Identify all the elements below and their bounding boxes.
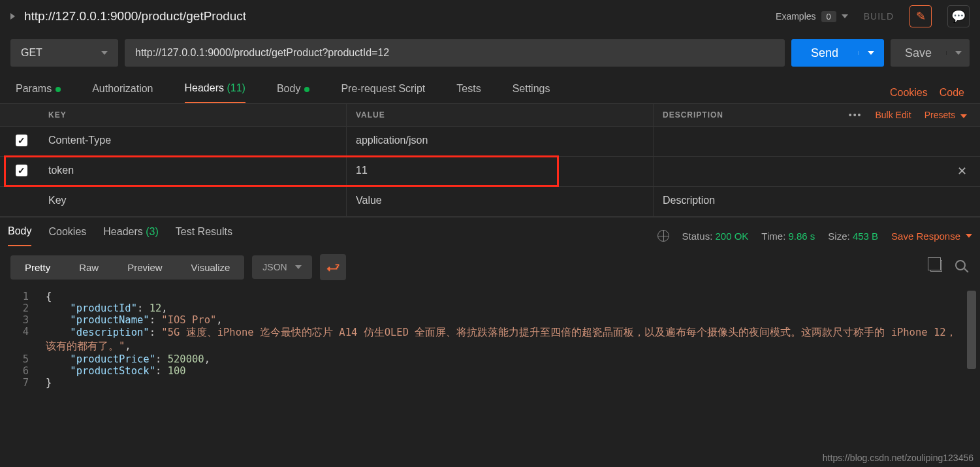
request-titlebar: http://127.0.0.1:9000/product/getProduct… [0,0,980,33]
save-dropdown[interactable] [946,51,970,55]
delete-row-button[interactable]: ✕ [957,164,967,178]
tab-body[interactable]: Body [277,83,309,103]
chevron-down-icon [868,51,874,55]
view-mode-segment: Pretty Raw Preview Visualize [10,255,244,280]
copy-button[interactable] [930,260,945,274]
network-icon[interactable] [657,230,669,242]
size-value: 453 B [853,231,878,242]
method-select[interactable]: GET [10,39,118,67]
tab-test-results[interactable]: Test Results [176,226,232,246]
request-row: GET http://127.0.0.1:9000/product/getPro… [0,33,980,72]
save-label: Save [891,46,946,60]
tab-response-cookies[interactable]: Cookies [48,226,86,246]
view-preview[interactable]: Preview [113,255,176,280]
header-row: ✓ Content-Type application/json [0,127,980,157]
build-label: BUILD [864,11,894,22]
status-dot-icon [304,87,309,92]
expand-icon[interactable] [10,13,15,20]
response-tabs: Body Cookies Headers (3) Test Results St… [0,217,980,246]
pencil-icon: ✎ [916,9,926,24]
status-dot-icon [55,87,61,92]
url-value: http://127.0.0.1:9000/product/getProduct… [135,47,389,59]
copy-icon [930,260,942,272]
tab-headers[interactable]: Headers (11) [185,82,245,103]
search-button[interactable] [955,260,970,274]
method-value: GET [21,47,42,59]
headers-table-header: KEY VALUE DESCRIPTION ••• Bulk Edit Pres… [0,103,980,127]
request-title: http://127.0.0.1:9000/product/getProduct [24,9,767,24]
chevron-down-icon [955,51,962,55]
chevron-down-icon [101,51,108,55]
header-row: ≡ ✓ token 11 ✕ [0,157,980,187]
tab-prerequest[interactable]: Pre-request Script [341,83,425,103]
response-body-viewer[interactable]: 1{2 "productId": 12,3 "productName": "IO… [0,288,980,396]
examples-count: 0 [821,11,836,22]
tab-response-body[interactable]: Body [8,225,31,246]
header-key-cell[interactable]: token [39,157,346,186]
send-dropdown[interactable] [858,51,884,55]
comment-icon: 💬 [951,9,966,24]
header-desc-cell[interactable] [653,127,980,156]
view-raw[interactable]: Raw [65,255,113,280]
view-pretty[interactable]: Pretty [10,255,65,280]
header-row-new: Key Value Description [0,187,980,217]
save-response-dropdown[interactable]: Save Response [891,231,972,242]
format-select[interactable]: JSON [252,255,311,279]
column-key: KEY [39,104,346,126]
more-options[interactable]: ••• [849,110,862,120]
tab-authorization[interactable]: Authorization [92,83,153,103]
header-value-cell[interactable]: application/json [346,127,653,156]
send-label: Send [791,46,858,60]
examples-dropdown[interactable]: Examples 0 [776,11,848,22]
cookies-link[interactable]: Cookies [890,87,928,99]
send-button[interactable]: Send [791,39,884,67]
row-checkbox[interactable]: ✓ [16,165,27,176]
tab-tests[interactable]: Tests [456,83,481,103]
search-icon [955,260,966,270]
edit-button[interactable]: ✎ [909,5,932,27]
time-value: 9.86 s [788,231,815,242]
header-desc-input[interactable]: Description [653,187,980,216]
status-value: 200 OK [715,231,748,242]
presets-dropdown[interactable]: Presets [925,110,967,120]
save-button[interactable]: Save [891,39,970,67]
bulk-edit-link[interactable]: Bulk Edit [876,110,911,120]
chevron-down-icon [842,14,848,18]
examples-label: Examples [776,11,815,22]
scrollbar[interactable] [967,291,976,369]
header-desc-cell[interactable] [653,157,980,186]
code-link[interactable]: Code [940,87,964,99]
column-description: DESCRIPTION [663,110,723,120]
request-tabs: Params Authorization Headers (11) Body P… [0,72,980,103]
tab-response-headers[interactable]: Headers (3) [103,226,159,246]
tab-settings[interactable]: Settings [513,83,550,103]
header-key-input[interactable]: Key [39,187,346,216]
header-key-cell[interactable]: Content-Type [39,127,346,156]
response-format-bar: Pretty Raw Preview Visualize JSON ⮐ [0,246,980,288]
column-value: VALUE [346,104,653,126]
header-value-input[interactable]: Value [346,187,653,216]
view-visualize[interactable]: Visualize [177,255,245,280]
comments-button[interactable]: 💬 [947,5,970,27]
tab-params[interactable]: Params [16,83,61,103]
wrap-lines-button[interactable]: ⮐ [320,254,346,280]
url-input[interactable]: http://127.0.0.1:9000/product/getProduct… [125,39,785,67]
row-checkbox[interactable]: ✓ [16,135,27,146]
header-value-cell[interactable]: 11 [346,157,653,186]
